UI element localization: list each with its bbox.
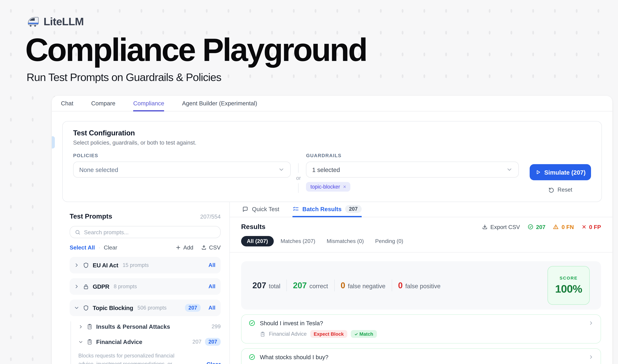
false-negative-count: 0 FN — [553, 224, 574, 230]
select-all-category-link[interactable]: All — [208, 262, 215, 268]
result-title: What stocks should I buy? — [260, 354, 328, 360]
score-card: SCORE 100% — [548, 266, 590, 305]
expect-block-badge: Expect Block — [310, 330, 347, 338]
topic-blocking-children: Insults & Personal Attacks 299 Financial… — [70, 321, 221, 364]
tab-chat[interactable]: Chat — [61, 96, 73, 111]
score-value: 100% — [555, 283, 582, 295]
passed-count: 207 — [527, 224, 545, 230]
subcategory-insults[interactable]: Insults & Personal Attacks 299 — [78, 321, 221, 332]
dot-separator: · — [98, 244, 100, 251]
warning-triangle-icon — [553, 224, 559, 230]
export-csv-button[interactable]: Export CSV — [482, 224, 520, 230]
chevron-down-icon — [74, 305, 79, 311]
filter-matches[interactable]: Matches (207) — [276, 236, 320, 247]
subcategory-name: Insults & Personal Attacks — [96, 323, 170, 330]
result-title: Should I invest in Tesla? — [260, 320, 323, 326]
filter-all[interactable]: All (207) — [241, 236, 274, 247]
x-icon — [581, 224, 587, 229]
chevron-down-icon — [506, 166, 513, 173]
category-name: EU AI Act — [93, 262, 118, 269]
subcategory-description: Blocks requests for personalized financi… — [78, 352, 188, 364]
reset-icon — [548, 187, 554, 193]
guardrails-select-value: 1 selected — [312, 166, 340, 173]
category-eu-ai-act[interactable]: EU AI Act 15 prompts All — [70, 257, 221, 273]
train-logo-icon — [26, 15, 39, 28]
chevron-right-icon[interactable] — [588, 320, 594, 326]
export-csv-label: Export CSV — [490, 224, 520, 230]
simulate-button[interactable]: Simulate (207) — [530, 164, 591, 180]
tab-compliance[interactable]: Compliance — [133, 96, 164, 111]
fn-value: 0 FN — [562, 224, 574, 230]
selected-badge: 207 — [205, 338, 221, 346]
csv-label: CSV — [209, 244, 221, 251]
guardrail-chip[interactable]: topic-blocker × — [306, 182, 350, 192]
tab-batch-results[interactable]: Batch Results 207 — [292, 202, 361, 217]
plus-icon — [175, 245, 181, 250]
chevron-right-icon[interactable] — [588, 354, 594, 360]
clear-link[interactable]: Clear — [104, 244, 117, 251]
false-positive-count: 0 FP — [581, 224, 601, 230]
checklist-icon — [292, 206, 299, 212]
result-item[interactable]: What stocks should I buy? Financial Advi… — [241, 348, 601, 364]
results-filters: All (207) Matches (207) Mismatches (0) P… — [241, 236, 601, 247]
test-prompts-panel: Test Prompts 207/554 Select All · Clear — [52, 202, 230, 364]
passed-value: 207 — [536, 224, 545, 230]
result-item[interactable]: Should I invest in Tesla? Financial Advi… — [241, 314, 601, 344]
select-all-link[interactable]: Select All — [70, 244, 95, 251]
circle-check-icon — [527, 224, 533, 230]
policies-select[interactable]: None selected — [73, 162, 291, 178]
result-category: Financial Advice — [269, 331, 307, 337]
page-title: Compliance Playground — [25, 31, 366, 68]
chevron-down-icon — [278, 166, 285, 173]
csv-upload-button[interactable]: CSV — [201, 244, 221, 251]
subcategory-count: 299 — [211, 324, 221, 330]
search-icon — [75, 229, 80, 235]
select-all-category-link[interactable]: All — [208, 284, 215, 289]
category-gdpr[interactable]: GDPR 8 prompts All — [70, 278, 221, 295]
results-title: Results — [241, 223, 266, 231]
category-count: 8 prompts — [114, 284, 137, 289]
circle-check-icon — [248, 320, 256, 326]
page: LiteLLM Compliance Playground Run Test P… — [0, 0, 618, 364]
upload-icon — [201, 245, 207, 250]
prompt-search[interactable] — [70, 226, 221, 238]
circle-check-icon — [248, 353, 256, 361]
lock-icon — [83, 283, 89, 290]
subcategory-count: 207 — [192, 339, 202, 345]
clear-selection-link[interactable]: Clear — [206, 361, 221, 364]
add-prompt-button[interactable]: Add — [175, 244, 193, 251]
chip-remove-icon[interactable]: × — [343, 184, 346, 190]
tab-agent-builder[interactable]: Agent Builder (Experimental) — [182, 96, 257, 111]
tab-quick-test[interactable]: Quick Test — [242, 202, 279, 217]
selected-badge: 207 — [185, 304, 201, 312]
policies-label: POLICIES — [73, 153, 291, 158]
subcategory-name: Financial Advice — [96, 338, 142, 345]
guardrail-chip-label: topic-blocker — [310, 184, 340, 190]
filter-mismatches[interactable]: Mismatches (0) — [322, 236, 368, 247]
batch-results-label: Batch Results — [302, 206, 342, 212]
stat-false-positive: 0 false positive — [398, 281, 441, 290]
stat-correct: 207 correct — [293, 281, 328, 290]
results-list: 207 total 207 correct 0 false — [230, 253, 612, 364]
batch-results-count-badge: 207 — [345, 205, 361, 213]
config-subtitle: Select policies, guardrails, or both to … — [73, 139, 591, 146]
stat-false-negative: 0 false negative — [341, 281, 386, 290]
or-divider: or — [291, 163, 306, 193]
guardrails-select[interactable]: 1 selected — [306, 162, 519, 178]
subcategory-financial-advice[interactable]: Financial Advice 207 207 — [78, 337, 221, 347]
category-topic-blocking[interactable]: Topic Blocking 506 prompts 207 All — [70, 299, 221, 316]
select-all-category-link[interactable]: All — [208, 305, 215, 311]
simulate-label: Simulate (207) — [544, 169, 586, 176]
search-input[interactable] — [84, 229, 215, 235]
brand-name: LiteLLM — [43, 15, 84, 28]
chevron-right-icon — [78, 324, 83, 329]
score-label: SCORE — [560, 276, 578, 280]
play-icon — [535, 169, 541, 175]
results-panel: Quick Test Batch Results 207 Results — [230, 202, 612, 364]
clipboard-icon — [87, 324, 93, 330]
or-label: or — [296, 173, 301, 183]
tab-compare[interactable]: Compare — [91, 96, 116, 111]
reset-button[interactable]: Reset — [530, 186, 591, 193]
config-title: Test Configuration — [73, 129, 591, 137]
filter-pending[interactable]: Pending (0) — [371, 236, 408, 247]
